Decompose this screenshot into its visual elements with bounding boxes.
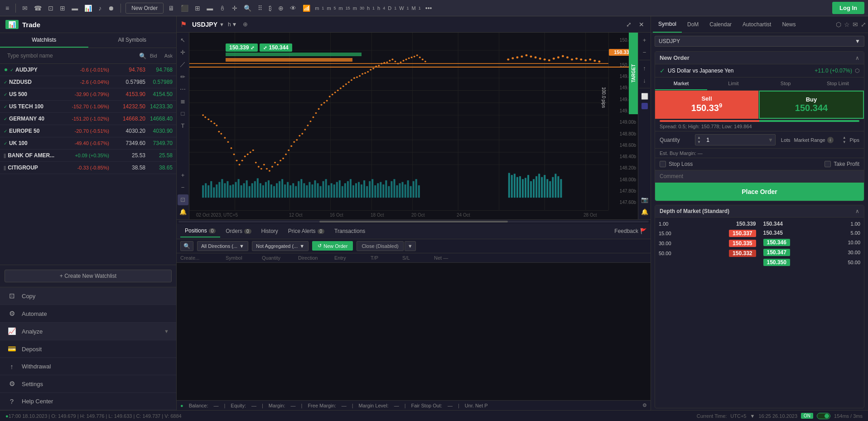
tab-transactions[interactable]: Transactions (330, 225, 370, 237)
quantity-stepper[interactable]: ▲ ▼ (695, 135, 703, 144)
alert-chart-tool[interactable]: 🔔 (639, 207, 650, 218)
btc-icon[interactable]: ₿ (267, 4, 274, 13)
phone-icon[interactable]: ☎ (32, 4, 43, 13)
grid2-icon[interactable]: ⊞ (193, 4, 202, 13)
quantity-input[interactable] (703, 135, 766, 145)
tab-calendar[interactable]: Calendar (704, 17, 737, 32)
pips-down-arrow[interactable]: ▼ (843, 140, 846, 145)
candle-icon[interactable]: 🕯 (217, 4, 227, 13)
list-item[interactable]: || BANK OF AMER... +0.09 (+0.35%) 25.53 … (0, 150, 176, 162)
order-type-limit[interactable]: Limit (707, 77, 759, 90)
record-icon[interactable]: ⏺ (106, 4, 116, 13)
chart-minimize-button[interactable]: ✕ (636, 20, 647, 29)
grid-icon[interactable]: ⊞ (58, 4, 67, 13)
zoom-out-tool[interactable]: − (639, 47, 650, 58)
market-range-info[interactable]: i (827, 137, 834, 143)
new-order-button[interactable]: New Order (125, 3, 164, 14)
list-item[interactable]: ✓ EUROPE 50 -20.70 (-0.51%) 4030.20 4030… (0, 125, 176, 137)
menu-icon[interactable]: ≡ (4, 4, 11, 13)
symbol-selector-dropdown[interactable]: USDJPY ▼ (655, 36, 864, 47)
aggregation-dropdown[interactable]: Not Aggregated (... ▼ (252, 241, 309, 251)
create-watchlist-button[interactable]: + Create New Watchlist (5, 270, 172, 282)
sidebar-item-withdrawal[interactable]: ↑ Withdrawal (0, 358, 176, 375)
camera-tool[interactable]: 📷 (639, 194, 650, 205)
list-item[interactable]: ✓ GERMANY 40 -151.20 (-1.02%) 14668.20 1… (0, 113, 176, 125)
tab-dom[interactable]: DoM (682, 17, 704, 32)
layers-icon[interactable]: ⊕ (276, 4, 285, 13)
crosshair-icon[interactable]: ✛ (230, 4, 239, 13)
signal-icon[interactable]: 📶 (301, 4, 312, 13)
list-item[interactable]: ✓ NZDUSD -2.6 (-0.04%) 0.57985 0.57989 (0, 76, 176, 88)
chart-h-scrollbar[interactable] (177, 219, 651, 224)
list-item[interactable]: ✓ UK 100 -49.40 (-0.67%) 7349.60 7349.70 (0, 137, 176, 150)
indicator-tool[interactable]: ⊡ (178, 194, 188, 205)
qty-up-arrow[interactable]: ▲ (697, 135, 701, 140)
list-item[interactable]: || CITIGROUP -0.33 (-0.85%) 38.58 38.65 (0, 162, 176, 174)
tab-orders[interactable]: Orders 0 (221, 225, 256, 237)
sidebar-item-copy[interactable]: ⊡ Copy (0, 287, 176, 305)
close-disabled-button[interactable]: Close (Disabled) (357, 241, 403, 251)
tab-history[interactable]: History (257, 225, 283, 237)
list-item[interactable]: ✓ AUDJPY -0.6 (-0.01%) 94.763 94.768 (0, 64, 176, 76)
up-scroll-tool[interactable]: ↑ (639, 63, 650, 73)
expand-icon[interactable]: ⤢ (861, 21, 866, 28)
star-icon[interactable]: ☆ (844, 21, 850, 28)
on-badge[interactable]: ON (801, 413, 813, 419)
sidebar-item-automate[interactable]: ⚙ Automate (0, 305, 176, 323)
list-item[interactable]: ✓ US TECH 100 -152.70 (-1.06%) 14232.50 … (0, 101, 176, 113)
order-type-stop[interactable]: Stop (760, 77, 812, 90)
shape-tool[interactable]: □ (178, 108, 188, 119)
mail-icon[interactable]: ✉ (853, 21, 858, 28)
tab-news[interactable]: News (776, 17, 801, 32)
footer-gear-icon[interactable]: ⚙ (642, 402, 647, 408)
directions-dropdown[interactable]: All Directions (... ▼ (197, 241, 248, 251)
fib-tool[interactable]: ≣ (178, 96, 188, 106)
minus-zoom-tool[interactable]: − (178, 182, 188, 193)
list-item[interactable]: ✓ US 500 -32.90 (-0.79%) 4153.90 4154.50 (0, 88, 176, 101)
monitor-icon[interactable]: 🖥 (166, 4, 176, 13)
sidebar-item-help[interactable]: ? Help Center (0, 393, 176, 410)
comment-input[interactable] (655, 170, 864, 183)
line-tool[interactable]: ／ (178, 59, 188, 70)
close-dropdown-button[interactable]: ▼ (405, 241, 416, 251)
crosshair-tool[interactable]: ✛ (178, 47, 188, 58)
share-symbol-icon[interactable]: ⬡ (855, 68, 859, 74)
dots-icon[interactable]: ⠿ (256, 4, 264, 13)
color-picker-tool[interactable] (641, 103, 648, 109)
sell-button[interactable]: Sell 150.339 (655, 91, 759, 119)
cursor-tool[interactable]: ↖ (178, 34, 188, 45)
tab-symbol[interactable]: Symbol (653, 16, 682, 33)
search-input[interactable] (4, 51, 139, 61)
tab-autochartist[interactable]: Autochartist (737, 17, 776, 32)
chart-add-icon[interactable]: ⊕ (243, 21, 248, 28)
stop-loss-checkbox[interactable]: Stop Loss (660, 161, 693, 167)
draw-tool[interactable]: ✏ (178, 71, 188, 82)
symbol-search-bar[interactable]: 🔍 Bid Ask (0, 48, 176, 64)
eye-icon[interactable]: 👁 (288, 4, 298, 13)
tab-all-symbols[interactable]: All Symbols (88, 33, 177, 48)
layout-icon[interactable]: ⬛ (179, 4, 190, 13)
tab-positions[interactable]: Positions 0 (180, 225, 220, 237)
qty-down-arrow[interactable]: ▼ (697, 140, 701, 145)
sound-icon[interactable]: ♪ (96, 4, 103, 13)
take-profit-checkbox[interactable]: Take Profit (825, 161, 859, 167)
sidebar-item-deposit[interactable]: 💳 Deposit (0, 340, 176, 358)
pips-up-arrow[interactable]: ▲ (843, 135, 846, 140)
order-type-market[interactable]: Market (655, 77, 707, 90)
tab-watchlists[interactable]: Watchlists (0, 33, 88, 48)
more-icon[interactable]: ••• (424, 4, 434, 13)
sidebar-item-analyze[interactable]: 📈 Analyze ▼ (0, 323, 176, 340)
tile-icon[interactable]: ▬ (70, 4, 80, 13)
sidebar-item-settings[interactable]: ⚙ Settings (0, 375, 176, 393)
place-order-button[interactable]: Place Order (655, 183, 864, 201)
on-toggle[interactable] (817, 413, 830, 419)
zoom-in-tool[interactable]: + (639, 34, 650, 45)
bar-icon[interactable]: ▬ (205, 4, 215, 13)
login-button[interactable]: Log In (832, 2, 864, 14)
pips-stepper[interactable]: ▲ ▼ (841, 135, 848, 144)
new-order-positions-button[interactable]: ↺ New Order (312, 241, 353, 251)
search2-icon[interactable]: 🔍 (242, 4, 253, 13)
feedback-button[interactable]: Feedback 🚩 (614, 228, 647, 234)
chart-icon[interactable]: 📊 (82, 4, 94, 13)
chart-close-button[interactable]: ⤢ (623, 20, 634, 29)
